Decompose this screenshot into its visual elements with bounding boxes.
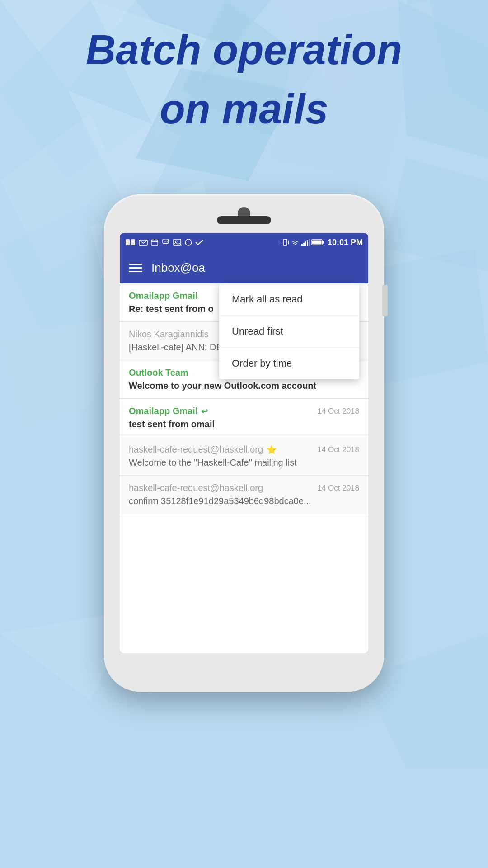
email-sender: Omailapp Gmail (129, 291, 197, 301)
svg-rect-39 (301, 244, 303, 246)
page-title: Batch operation on mails (0, 27, 488, 132)
hamburger-line (129, 267, 142, 269)
email-sender: Nikos Karagiannidis (129, 329, 209, 340)
email-date: 14 Oct 2018 (317, 407, 359, 416)
svg-rect-23 (131, 239, 135, 245)
svg-rect-22 (126, 239, 130, 245)
svg-point-34 (175, 241, 177, 242)
status-icons-left (125, 239, 204, 246)
email-date: 14 Oct 2018 (317, 484, 359, 493)
calendar-icon (150, 239, 159, 246)
phone-speaker (217, 216, 271, 224)
check-icon (195, 239, 204, 246)
phone-mockup: 10:01 PM Inbox@oa Omailapp Gmail Re: tes… (104, 194, 384, 692)
email-item[interactable]: Omailapp Gmail ↩ 14 Oct 2018 test sent f… (120, 399, 368, 437)
svg-rect-45 (322, 241, 324, 244)
svg-point-35 (185, 239, 192, 245)
email-sender: haskell-cafe-request@haskell.org ⭐ (129, 444, 277, 455)
email-item[interactable]: haskell-cafe-request@haskell.org ⭐ 14 Oc… (120, 437, 368, 476)
mark-all-read-option[interactable]: Mark all as read (219, 283, 359, 316)
email-header: Omailapp Gmail ↩ 14 Oct 2018 (129, 406, 359, 416)
svg-point-32 (167, 241, 168, 241)
context-menu: Mark all as read Unread first Order by t… (219, 283, 359, 379)
wifi-icon (291, 239, 300, 246)
battery-icon (311, 239, 324, 246)
hamburger-menu-icon[interactable] (129, 264, 142, 272)
svg-rect-33 (174, 239, 181, 245)
hamburger-line (129, 271, 142, 272)
title-line2: on mails (0, 86, 488, 132)
bbm-icon (161, 239, 170, 246)
circle-icon (185, 239, 192, 246)
reply-icon: ↩ (201, 406, 208, 416)
svg-rect-43 (309, 239, 310, 246)
svg-rect-25 (151, 240, 158, 245)
signal-icon (301, 239, 310, 246)
photos-icon (173, 239, 182, 246)
mail-icon (139, 239, 148, 246)
email-date: 14 Oct 2018 (317, 445, 359, 454)
email-sender: Outlook Team (129, 368, 188, 378)
email-header: haskell-cafe-request@haskell.org ⭐ 14 Oc… (129, 444, 359, 455)
toolbar-title: Inbox@oa (151, 261, 205, 275)
email-subject: Welcome to the "Haskell-Cafe" mailing li… (129, 458, 359, 468)
unread-first-option[interactable]: Unread first (219, 316, 359, 348)
phone-screen: 10:01 PM Inbox@oa Omailapp Gmail Re: tes… (120, 233, 368, 653)
svg-rect-41 (305, 241, 306, 246)
email-subject: Welcome to your new Outlook.com account (129, 381, 359, 391)
app-toolbar: Inbox@oa (120, 252, 368, 283)
email-header: haskell-cafe-request@haskell.org 14 Oct … (129, 483, 359, 493)
vibrate-icon (282, 238, 289, 247)
svg-rect-40 (303, 243, 305, 246)
svg-rect-36 (283, 239, 287, 245)
email-subject: confirm 35128f1e91d29a5349b6d98bdca0e... (129, 496, 359, 506)
time-display: 10:01 PM (328, 238, 363, 247)
sim-icon (125, 239, 136, 246)
email-sender: haskell-cafe-request@haskell.org (129, 483, 263, 493)
phone-side-button (382, 285, 388, 316)
email-item[interactable]: haskell-cafe-request@haskell.org 14 Oct … (120, 476, 368, 514)
star-icon: ⭐ (267, 445, 277, 455)
status-bar: 10:01 PM (120, 233, 368, 252)
svg-point-31 (165, 241, 166, 241)
svg-rect-46 (312, 241, 321, 245)
title-line1: Batch operation (0, 27, 488, 73)
email-subject: test sent from omail (129, 419, 359, 429)
email-sender: Omailapp Gmail ↩ (129, 406, 208, 416)
order-by-time-option[interactable]: Order by time (219, 348, 359, 379)
svg-rect-42 (307, 240, 308, 246)
status-icons-right: 10:01 PM (282, 238, 363, 247)
hamburger-line (129, 264, 142, 265)
svg-point-30 (164, 241, 165, 241)
